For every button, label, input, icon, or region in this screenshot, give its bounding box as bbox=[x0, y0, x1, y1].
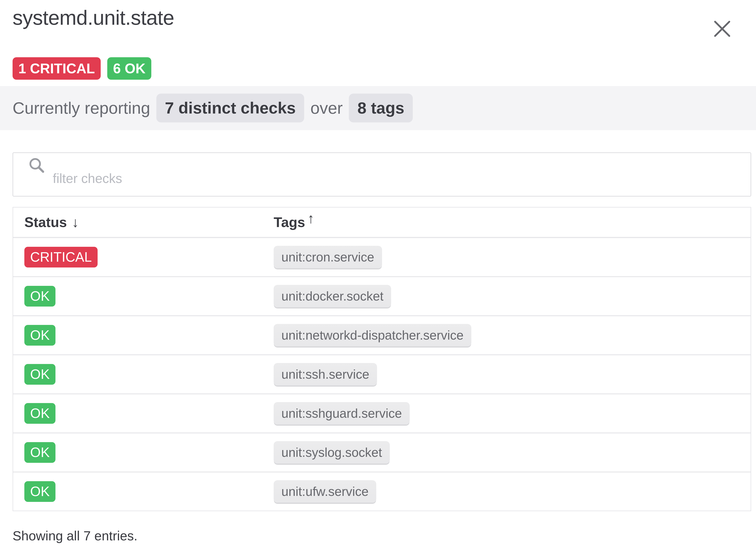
column-header-status[interactable]: Status↓ bbox=[13, 207, 262, 238]
close-button[interactable] bbox=[710, 16, 735, 41]
checks-table: Status↓ Tags↑ CRITICAL unit:cron.service… bbox=[12, 207, 751, 511]
tag-pill[interactable]: unit:ssh.service bbox=[274, 363, 377, 385]
table-row: OK unit:networkd-dispatcher.service bbox=[13, 315, 751, 354]
status-badge: OK bbox=[24, 286, 56, 306]
tag-pill[interactable]: unit:networkd-dispatcher.service bbox=[274, 324, 471, 346]
status-badge: CRITICAL bbox=[24, 247, 98, 267]
check-summary-modal: systemd.unit.state 1 CRITICAL 6 OK Curre… bbox=[0, 4, 756, 557]
sort-descending-icon: ↓ bbox=[72, 214, 79, 230]
status-badge: OK bbox=[24, 481, 56, 502]
tags-column-label: Tags bbox=[274, 214, 305, 230]
table-row: OK unit:ufw.service bbox=[13, 471, 751, 510]
distinct-checks-pill: 7 distinct checks bbox=[156, 94, 304, 122]
table-row: OK unit:syslog.socket bbox=[13, 433, 751, 471]
tag-pill[interactable]: unit:ufw.service bbox=[274, 480, 376, 503]
column-header-tags[interactable]: Tags↑ bbox=[262, 207, 751, 238]
entries-summary: Showing all 7 entries. bbox=[12, 528, 751, 543]
table-header-row: Status↓ Tags↑ bbox=[13, 207, 751, 238]
over-label: over bbox=[310, 98, 343, 118]
ok-count-badge: 6 OK bbox=[107, 57, 151, 80]
status-badge: OK bbox=[24, 325, 56, 346]
table-row: CRITICAL unit:cron.service bbox=[13, 238, 751, 276]
status-column-label: Status bbox=[24, 214, 67, 230]
status-badge: OK bbox=[24, 403, 56, 424]
filter-checks-input[interactable] bbox=[12, 152, 751, 197]
page-title: systemd.unit.state bbox=[12, 4, 751, 31]
filter-bar bbox=[12, 152, 751, 197]
table-row: OK unit:docker.socket bbox=[13, 276, 751, 315]
critical-count-badge: 1 CRITICAL bbox=[12, 57, 101, 80]
close-icon bbox=[714, 21, 730, 37]
tag-pill[interactable]: unit:docker.socket bbox=[274, 285, 391, 307]
currently-reporting-label: Currently reporting bbox=[12, 98, 150, 118]
tag-pill[interactable]: unit:syslog.socket bbox=[274, 441, 390, 464]
table-row: OK unit:ssh.service bbox=[13, 354, 751, 393]
tag-pill[interactable]: unit:cron.service bbox=[274, 246, 382, 268]
summary-badges: 1 CRITICAL 6 OK bbox=[12, 57, 751, 80]
table-row: OK unit:sshguard.service bbox=[13, 393, 751, 433]
status-badge: OK bbox=[24, 364, 56, 385]
tags-count-pill: 8 tags bbox=[349, 94, 413, 122]
tag-pill[interactable]: unit:sshguard.service bbox=[274, 402, 410, 424]
status-badge: OK bbox=[24, 442, 56, 463]
sort-ascending-icon: ↑ bbox=[308, 210, 314, 226]
reporting-bar: Currently reporting 7 distinct checks ov… bbox=[0, 86, 756, 130]
